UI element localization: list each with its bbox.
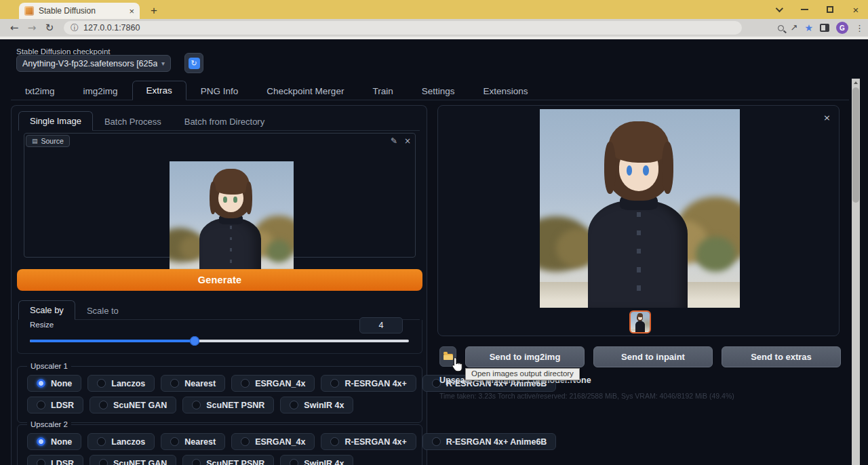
browser-tab[interactable]: Stable Diffusion × bbox=[19, 3, 140, 19]
new-tab-button[interactable]: + bbox=[146, 3, 161, 18]
source-image-dropzone[interactable]: ▤ Source ✎ × bbox=[24, 133, 416, 258]
forward-button[interactable]: → bbox=[23, 22, 41, 34]
main-tab-bar: txt2imgimg2imgExtrasPNG InfoCheckpoint M… bbox=[11, 80, 849, 100]
tab-png-info[interactable]: PNG Info bbox=[186, 81, 253, 100]
share-icon[interactable]: ↗ bbox=[791, 22, 798, 33]
upscaler1-option-scunet-psnr[interactable]: ScuNET PSNR bbox=[182, 397, 274, 413]
radio-icon bbox=[99, 459, 108, 465]
bookmark-star-icon[interactable]: ★ bbox=[804, 22, 813, 33]
upscaler2-option-lanczos[interactable]: Lanczos bbox=[87, 433, 155, 450]
slider-fill bbox=[30, 340, 195, 342]
send-to-extras-button[interactable]: Send to extras bbox=[722, 346, 841, 367]
window-close-button[interactable]: × bbox=[844, 0, 868, 19]
scrollbar-thumb[interactable] bbox=[852, 87, 859, 203]
radio-icon bbox=[97, 379, 106, 388]
gallery-close-icon[interactable]: × bbox=[823, 113, 831, 123]
side-panel-icon[interactable] bbox=[820, 24, 829, 32]
scaletab-scale-to[interactable]: Scale to bbox=[75, 301, 130, 320]
scaletab-scale-by[interactable]: Scale by bbox=[18, 300, 75, 320]
tab-extensions[interactable]: Extensions bbox=[469, 81, 542, 100]
minimize-icon bbox=[801, 9, 808, 10]
upscaler2-option-nearest[interactable]: Nearest bbox=[161, 433, 225, 450]
upscaler1-option-esrgan-4x[interactable]: ESRGAN_4x bbox=[231, 375, 315, 392]
radio-icon bbox=[290, 459, 298, 465]
radio-icon bbox=[192, 459, 201, 465]
checkpoint-dropdown[interactable]: Anything-V3-fp32.safetensors [625a2ba2] … bbox=[16, 55, 171, 72]
scrollbar-up-arrow[interactable] bbox=[852, 79, 860, 87]
upscaler2-option-r-esrgan-4x[interactable]: R-ESRGAN 4x+ bbox=[321, 433, 416, 450]
source-image-preview[interactable] bbox=[170, 161, 294, 285]
radio-icon bbox=[290, 401, 298, 409]
maximize-icon bbox=[827, 6, 833, 13]
tab-close-icon[interactable]: × bbox=[129, 7, 134, 16]
radio-icon bbox=[192, 401, 201, 409]
back-button[interactable]: ← bbox=[5, 22, 23, 34]
edit-image-icon[interactable]: ✎ bbox=[391, 136, 397, 146]
tab-extras[interactable]: Extras bbox=[132, 81, 186, 100]
slider-knob[interactable] bbox=[190, 336, 199, 346]
image-icon: ▤ bbox=[32, 138, 38, 144]
resize-slider[interactable] bbox=[30, 336, 409, 346]
subtab-batch-from-directory[interactable]: Batch from Directory bbox=[173, 112, 276, 131]
resize-value-input[interactable]: 4 bbox=[359, 317, 403, 333]
favicon-icon bbox=[24, 6, 34, 16]
radio-icon bbox=[241, 437, 250, 446]
gallery-thumbnail[interactable] bbox=[629, 310, 651, 333]
search-icon[interactable] bbox=[778, 25, 784, 31]
upscaler1-option-r-esrgan-4x[interactable]: R-ESRGAN 4x+ bbox=[321, 375, 416, 392]
window-minimize-button[interactable] bbox=[792, 0, 816, 19]
subtab-batch-process[interactable]: Batch Process bbox=[93, 112, 173, 131]
tab-settings[interactable]: Settings bbox=[408, 81, 469, 100]
upscaler1-option-nearest[interactable]: Nearest bbox=[161, 375, 225, 392]
browser-toolbar: ← → ↻ ⓘ 127.0.0.1:7860 bbox=[0, 19, 868, 37]
url-text: 127.0.0.1:7860 bbox=[83, 23, 140, 33]
extras-left-panel: Single ImageBatch ProcessBatch from Dire… bbox=[11, 105, 427, 465]
clear-image-icon[interactable]: × bbox=[404, 136, 411, 146]
radio-icon bbox=[432, 437, 441, 446]
reload-button[interactable]: ↻ bbox=[41, 22, 58, 34]
refresh-checkpoints-button[interactable]: ↻ bbox=[184, 53, 203, 73]
result-gallery-panel: × bbox=[437, 105, 840, 336]
checkpoint-value: Anything-V3-fp32.safetensors [625a2ba2] bbox=[22, 59, 157, 68]
subtab-single-image[interactable]: Single Image bbox=[18, 111, 93, 131]
upscaler2-option-ldsr[interactable]: LDSR bbox=[27, 455, 83, 465]
tab-train[interactable]: Train bbox=[358, 81, 407, 100]
upscaler1-option-swinir-4x[interactable]: SwinIR 4x bbox=[280, 397, 353, 413]
chevron-down-icon bbox=[776, 5, 783, 12]
upscaler2-option-esrgan-4x[interactable]: ESRGAN_4x bbox=[231, 433, 315, 450]
tab-txt2img[interactable]: txt2img bbox=[11, 81, 69, 100]
radio-icon bbox=[97, 437, 106, 446]
address-bar[interactable]: ⓘ 127.0.0.1:7860 bbox=[64, 21, 742, 35]
radio-icon bbox=[330, 379, 339, 388]
generate-button[interactable]: Generate bbox=[17, 269, 422, 291]
result-image[interactable] bbox=[540, 109, 740, 308]
upscaler1-option-none[interactable]: None bbox=[27, 375, 81, 392]
webui-page: Stable Diffusion checkpoint Anything-V3-… bbox=[0, 39, 860, 465]
site-info-icon[interactable]: ⓘ bbox=[71, 22, 79, 34]
upscaler1-option-lanczos[interactable]: Lanczos bbox=[87, 375, 155, 392]
window-maximize-button[interactable] bbox=[818, 0, 842, 19]
tab-checkpoint-merger[interactable]: Checkpoint Merger bbox=[252, 81, 358, 100]
send-to-inpaint-button[interactable]: Send to inpaint bbox=[593, 346, 713, 367]
mouse-cursor-icon bbox=[450, 357, 465, 373]
upscaler2-option-swinir-4x[interactable]: SwinIR 4x bbox=[280, 455, 353, 465]
upscaler1-option-scunet-gan[interactable]: ScuNET GAN bbox=[90, 397, 176, 413]
upscaler2-option-scunet-gan[interactable]: ScuNET GAN bbox=[90, 455, 176, 465]
upscaler2-option-r-esrgan-4x-anime6b[interactable]: R-ESRGAN 4x+ Anime6B bbox=[422, 433, 557, 450]
radio-icon bbox=[37, 401, 45, 409]
tab-img2img[interactable]: img2img bbox=[69, 81, 132, 100]
radio-icon bbox=[37, 459, 45, 465]
send-to-img2img-button[interactable]: Send to img2img bbox=[465, 346, 585, 367]
window-menu-button[interactable] bbox=[766, 0, 791, 19]
browser-menu-icon[interactable]: ⋮ bbox=[855, 23, 864, 33]
upscaler2-option-none[interactable]: None bbox=[27, 433, 81, 450]
scale-tab-bar: Scale byScale to bbox=[18, 301, 420, 320]
profile-avatar[interactable]: G bbox=[836, 22, 848, 34]
upscaler2-group: Upscaler 2 NoneLanczosNearestESRGAN_4xR-… bbox=[17, 424, 422, 465]
page-scrollbar[interactable] bbox=[852, 79, 860, 465]
upscaler2-label: Upscaler 2 bbox=[27, 420, 71, 428]
radio-icon bbox=[330, 437, 339, 446]
upscaler2-option-scunet-psnr[interactable]: ScuNET PSNR bbox=[182, 455, 274, 465]
radio-icon bbox=[99, 401, 108, 409]
upscaler1-option-ldsr[interactable]: LDSR bbox=[27, 397, 83, 413]
